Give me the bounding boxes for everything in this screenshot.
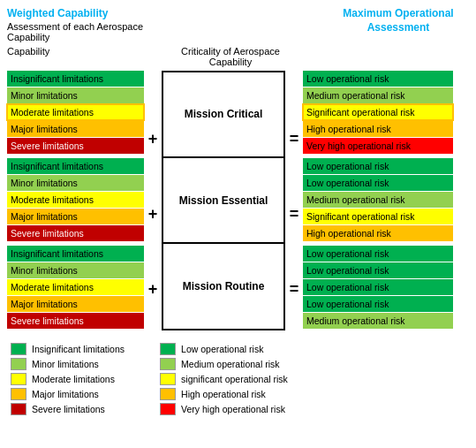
- cap-row-5: Severe limitations: [7, 138, 144, 154]
- legend-item-low: Low operational risk: [160, 343, 288, 355]
- page-container: Weighted Capability Assessment of each A…: [7, 7, 469, 415]
- plus-3: +: [148, 280, 158, 299]
- legend-label-moderate: Moderate limitations: [32, 374, 115, 384]
- mission-essential-section: Mission Essential: [163, 158, 283, 244]
- legend-item-medium: Medium operational risk: [160, 358, 288, 370]
- risk-row-3: Significant operational risk: [303, 104, 453, 120]
- risk-row-11: Low operational risk: [303, 246, 453, 262]
- cap-row-15: Severe limitations: [7, 313, 144, 329]
- legend: Insignificant limitations Minor limitati…: [11, 343, 469, 415]
- header-left: Weighted Capability Assessment of each A…: [7, 7, 148, 42]
- header-left-subtitle: Assessment of each Aerospace Capability: [7, 21, 148, 42]
- header-right: Maximum Operational Assessment: [328, 7, 469, 42]
- legend-item-moderate: Moderate limitations: [11, 373, 125, 385]
- risk-row-2: Medium operational risk: [303, 87, 453, 103]
- weighted-capability-title: Weighted Capability: [7, 7, 148, 21]
- legend-box-severe: [11, 403, 26, 415]
- cap-row-3: Moderate limitations: [7, 104, 144, 120]
- left-capabilities: Insignificant limitations Minor limitati…: [7, 71, 144, 330]
- risk-row-10: High operational risk: [303, 225, 453, 241]
- legend-box-low: [160, 343, 176, 355]
- cap-row-2: Minor limitations: [7, 87, 144, 103]
- legend-box-medium: [160, 358, 176, 370]
- capability-col-label: Capability: [7, 46, 144, 67]
- legend-right: Low operational risk Medium operational …: [160, 343, 288, 415]
- legend-left: Insignificant limitations Minor limitati…: [11, 343, 125, 415]
- legend-label-very-high: Very high operational risk: [181, 404, 285, 414]
- risk-row-13: Low operational risk: [303, 279, 453, 295]
- risk-row-1: Low operational risk: [303, 71, 453, 87]
- equals-2: =: [290, 205, 299, 224]
- risk-row-14: Low operational risk: [303, 296, 453, 312]
- legend-item-severe: Severe limitations: [11, 403, 125, 415]
- plus-2: +: [148, 205, 158, 224]
- legend-label-high: High operational risk: [181, 389, 266, 399]
- assessment-col-label: [317, 46, 467, 67]
- legend-label-significant: significant operational risk: [181, 374, 288, 384]
- header-row: Weighted Capability Assessment of each A…: [7, 7, 469, 42]
- legend-item-high: High operational risk: [160, 388, 288, 400]
- equals-1: =: [290, 130, 299, 148]
- legend-box-insignificant: [11, 343, 26, 355]
- legend-item-significant: significant operational risk: [160, 373, 288, 385]
- plus-operators: + + +: [144, 71, 162, 330]
- legend-item-very-high: Very high operational risk: [160, 403, 288, 415]
- legend-box-high: [160, 388, 176, 400]
- cap-row-11: Insignificant limitations: [7, 246, 144, 262]
- cap-row-1: Insignificant limitations: [7, 71, 144, 87]
- cap-row-13: Moderate limitations: [7, 279, 144, 295]
- risk-row-8: Medium operational risk: [303, 192, 453, 208]
- legend-label-medium: Medium operational risk: [181, 359, 279, 369]
- cap-row-4: Major limitations: [7, 121, 144, 137]
- legend-box-moderate: [11, 373, 26, 385]
- risk-row-9: Significant operational risk: [303, 209, 453, 224]
- criticality-box: Mission Critical Mission Essential Missi…: [162, 71, 285, 330]
- legend-item-minor: Minor limitations: [11, 358, 125, 370]
- risk-row-4: High operational risk: [303, 121, 453, 137]
- cap-row-12: Minor limitations: [7, 262, 144, 278]
- equals-3: =: [290, 280, 299, 299]
- legend-item-insignificant: Insignificant limitations: [11, 343, 125, 355]
- risk-row-6: Low operational risk: [303, 158, 453, 174]
- risk-row-7: Low operational risk: [303, 175, 453, 191]
- header-center: [177, 7, 300, 42]
- max-operational-title: Maximum Operational Assessment: [328, 7, 469, 34]
- cap-row-6: Insignificant limitations: [7, 158, 144, 174]
- legend-label-low: Low operational risk: [181, 344, 263, 354]
- mission-routine-section: Mission Routine: [163, 244, 283, 328]
- risk-row-5: Very high operational risk: [303, 138, 453, 154]
- criticality-col-label: Criticality of Aerospace Capability: [169, 46, 292, 67]
- mission-critical-section: Mission Critical: [163, 72, 283, 158]
- legend-box-minor: [11, 358, 26, 370]
- risk-row-12: Low operational risk: [303, 262, 453, 278]
- legend-box-significant: [160, 373, 176, 385]
- legend-label-insignificant: Insignificant limitations: [32, 344, 125, 354]
- cap-row-9: Major limitations: [7, 209, 144, 224]
- legend-item-major: Major limitations: [11, 388, 125, 400]
- plus-1: +: [148, 130, 158, 148]
- equals-operators: = = =: [285, 71, 303, 330]
- risk-row-15: Medium operational risk: [303, 313, 453, 329]
- legend-label-severe: Severe limitations: [32, 404, 105, 414]
- right-risks: Low operational risk Medium operational …: [303, 71, 453, 330]
- legend-label-major: Major limitations: [32, 389, 99, 399]
- cap-row-7: Minor limitations: [7, 175, 144, 191]
- legend-label-minor: Minor limitations: [32, 359, 99, 369]
- cap-row-10: Severe limitations: [7, 225, 144, 241]
- legend-box-major: [11, 388, 26, 400]
- cap-row-14: Major limitations: [7, 296, 144, 312]
- legend-box-very-high: [160, 403, 176, 415]
- cap-row-8: Moderate limitations: [7, 192, 144, 208]
